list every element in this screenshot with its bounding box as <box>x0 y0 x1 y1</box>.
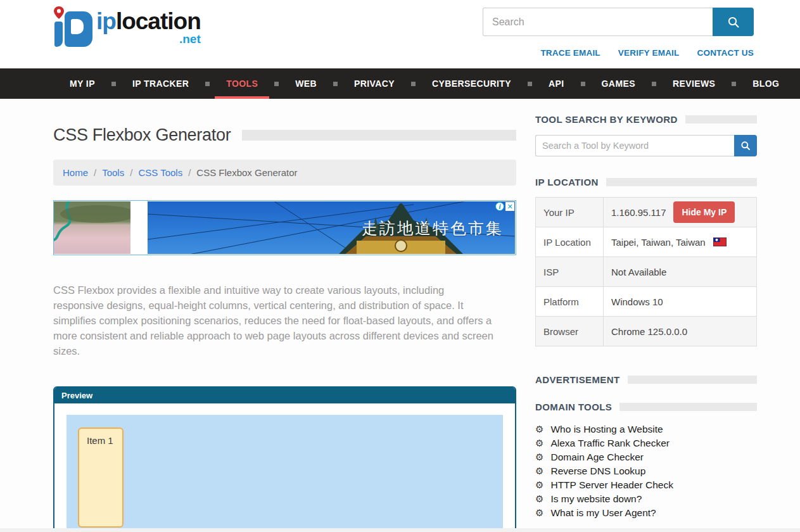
hide-my-ip-button[interactable]: Hide My IP <box>673 201 735 223</box>
main-column: CSS Flexbox Generator Home / Tools / CSS… <box>53 114 516 532</box>
nav-item-blog[interactable]: BLOG <box>736 68 796 99</box>
tool-search-box <box>535 135 757 156</box>
nav-separator <box>732 82 736 86</box>
table-row-your-ip: Your IP 1.160.95.117 Hide My IP <box>536 198 757 227</box>
taiwan-flag-icon <box>713 238 727 246</box>
tool-search-heading: TOOL SEARCH BY KEYWORD <box>535 114 678 125</box>
row-label: Browser <box>536 317 604 346</box>
nav-item-reviews[interactable]: REVIEWS <box>656 68 732 99</box>
header-search-button[interactable] <box>713 8 754 36</box>
ad-caption-text: 走訪地道特色市集 <box>362 218 504 239</box>
header: iplocation .net TRACE EMAIL VERIFY EMAIL… <box>0 0 800 68</box>
nav-separator <box>274 82 279 86</box>
table-row-browser: Browser Chrome 125.0.0.0 <box>536 317 757 346</box>
nav-item-api[interactable]: API <box>532 68 581 99</box>
ip-location-heading: IP LOCATION <box>535 177 599 187</box>
nav-separator <box>333 82 338 86</box>
logo-ip-text: ip <box>96 8 116 34</box>
nav-item-tools[interactable]: TOOLS <box>210 68 274 99</box>
nav-separator <box>581 82 585 86</box>
ad-banner[interactable]: 走訪地道特色市集 i ✕ <box>53 200 516 255</box>
preview-panel-header: Preview <box>54 388 515 403</box>
flex-container-preview: Item 1 <box>67 415 503 532</box>
content-area: CSS Flexbox Generator Home / Tools / CSS… <box>0 99 800 114</box>
sidebar: TOOL SEARCH BY KEYWORD IP LOCATION Your … <box>535 114 757 520</box>
nav-separator <box>652 82 656 86</box>
logo-tld-text: .net <box>96 34 201 44</box>
ip-location-table: Your IP 1.160.95.117 Hide My IP IP Locat… <box>535 197 757 346</box>
ad-close-icon[interactable]: ✕ <box>505 202 514 211</box>
domain-tools-heading: DOMAIN TOOLS <box>535 402 612 412</box>
your-ip-value: 1.160.95.117 <box>611 207 666 218</box>
row-label: Your IP <box>536 198 604 227</box>
heading-decoration-bar <box>606 178 757 186</box>
header-links: TRACE EMAIL VERIFY EMAIL CONTACT US <box>540 48 754 58</box>
gear-icon: ⚙ <box>535 495 543 504</box>
preview-panel: Preview Item 1 <box>53 386 516 532</box>
nav-separator <box>111 82 116 86</box>
tool-search-heading-row: TOOL SEARCH BY KEYWORD <box>535 114 757 125</box>
gear-icon: ⚙ <box>535 439 543 448</box>
tool-description: CSS Flexbox provides a flexible and intu… <box>53 282 497 358</box>
domain-tools-heading-row: DOMAIN TOOLS <box>535 402 757 412</box>
advertisement-heading-row: ADVERTISEMENT <box>535 374 757 385</box>
adchoices-icon[interactable]: i <box>495 202 504 211</box>
gear-icon: ⚙ <box>535 481 543 490</box>
logo-mark-icon <box>53 5 94 51</box>
nav-item-my-ip[interactable]: MY IP <box>53 68 111 99</box>
browser-value: Chrome 125.0.0.0 <box>604 317 757 346</box>
gear-icon: ⚙ <box>535 467 543 476</box>
verify-email-link[interactable]: VERIFY EMAIL <box>618 48 680 58</box>
domain-tool-link-user-agent[interactable]: ⚙ What is my User Agent? <box>535 506 757 520</box>
nav-separator <box>411 82 416 86</box>
gear-icon: ⚙ <box>535 509 543 518</box>
page: iplocation .net TRACE EMAIL VERIFY EMAIL… <box>0 0 800 532</box>
ip-location-heading-row: IP LOCATION <box>535 177 757 187</box>
row-label: IP Location <box>536 227 604 257</box>
gear-icon: ⚙ <box>535 425 543 434</box>
domain-tool-link-reverse-dns[interactable]: ⚙ Reverse DNS Lookup <box>535 464 757 478</box>
row-label: Platform <box>536 287 604 317</box>
isp-value: Not Available <box>604 257 757 287</box>
nav-item-games[interactable]: GAMES <box>585 68 652 99</box>
advertisement-heading: ADVERTISEMENT <box>535 374 620 385</box>
domain-tool-link-alexa-rank[interactable]: ⚙ Alexa Traffic Rank Checker <box>535 436 757 450</box>
site-logo[interactable]: iplocation .net <box>53 5 201 51</box>
breadcrumb-home-link[interactable]: Home <box>63 167 88 178</box>
heading-decoration-bar <box>628 376 757 384</box>
nav-separator <box>528 82 532 86</box>
nav-item-ip-tracker[interactable]: IP TRACKER <box>116 68 205 99</box>
search-icon <box>740 141 751 151</box>
contact-us-link[interactable]: CONTACT US <box>697 48 754 58</box>
platform-value: Windows 10 <box>604 287 757 317</box>
domain-tool-link-website-down[interactable]: ⚙ Is my website down? <box>535 492 757 506</box>
bottom-strip <box>0 528 800 532</box>
domain-tool-link-hosting[interactable]: ⚙ Who is Hosting a Website <box>535 422 757 436</box>
domain-tool-link-http-header[interactable]: ⚙ HTTP Server Header Check <box>535 478 757 492</box>
breadcrumb-tools-link[interactable]: Tools <box>102 167 124 178</box>
table-row-ip-location: IP Location Taipei, Taiwan, Taiwan <box>536 227 757 257</box>
domain-tools-list: ⚙ Who is Hosting a Website ⚙ Alexa Traff… <box>535 422 757 520</box>
preview-panel-body: Item 1 <box>54 403 515 532</box>
logo-location-text: location <box>116 8 201 34</box>
ad-badges: i ✕ <box>495 202 514 211</box>
breadcrumb: Home / Tools / CSS Tools / CSS Flexbox G… <box>53 160 516 186</box>
flex-item-1[interactable]: Item 1 <box>78 428 124 528</box>
domain-tool-link-domain-age[interactable]: ⚙ Domain Age Checker <box>535 450 757 464</box>
nav-item-cybersecurity[interactable]: CYBERSECURITY <box>416 68 528 99</box>
ad-left-image <box>54 201 130 254</box>
nav-item-web[interactable]: WEB <box>279 68 333 99</box>
tool-search-input[interactable] <box>535 135 734 156</box>
title-decoration-bar <box>242 130 516 141</box>
trace-email-link[interactable]: TRACE EMAIL <box>540 48 600 58</box>
main-nav: MY IP IP TRACKER TOOLS WEB PRIVACY CYBER… <box>0 68 800 99</box>
logo-wordmark: iplocation .net <box>96 11 201 51</box>
nav-item-privacy[interactable]: PRIVACY <box>338 68 411 99</box>
breadcrumb-css-tools-link[interactable]: CSS Tools <box>138 167 182 178</box>
header-search-input[interactable] <box>483 8 713 36</box>
heading-decoration-bar <box>619 403 757 411</box>
gear-icon: ⚙ <box>535 453 543 462</box>
search-icon <box>727 16 740 28</box>
tool-search-button[interactable] <box>734 135 757 156</box>
nav-separator <box>205 82 210 86</box>
